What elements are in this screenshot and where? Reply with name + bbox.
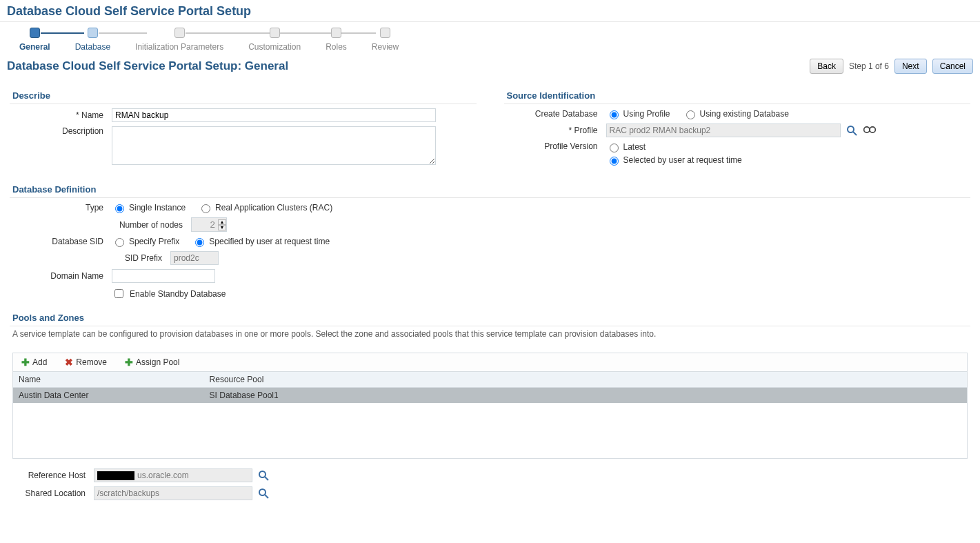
- button-label: Assign Pool: [136, 357, 179, 367]
- reference-host-label: Reference Host: [12, 471, 88, 480]
- view-icon[interactable]: [863, 125, 877, 137]
- button-label: Remove: [76, 357, 107, 367]
- shared-location-label: Shared Location: [12, 488, 88, 498]
- nodes-spinner[interactable]: ▲ ▼: [191, 217, 227, 232]
- wizard-step-customization[interactable]: Customization: [236, 28, 313, 52]
- wizard-label: General: [19, 42, 50, 52]
- wizard-dot-icon: [270, 28, 280, 38]
- radio-label: Specified by user at request time: [209, 237, 330, 246]
- svg-line-5: [265, 477, 268, 480]
- wizard-step-general[interactable]: General: [7, 28, 63, 52]
- svg-point-6: [259, 489, 266, 495]
- plus-icon: ✚: [125, 357, 133, 368]
- table-empty-area: [13, 403, 967, 458]
- radio-label: Specify Prefix: [129, 237, 179, 246]
- pools-table-container: ✚Add ✖Remove ✚Assign Pool Name Resource …: [12, 353, 968, 459]
- pools-description: A service template can be configured to …: [10, 326, 970, 346]
- name-input[interactable]: [112, 108, 436, 122]
- create-db-label: Create Database: [504, 109, 601, 119]
- name-label: Name: [10, 110, 106, 120]
- section-title: Database Cloud Self Service Portal Setup…: [7, 59, 288, 73]
- svg-point-2: [863, 126, 869, 132]
- profile-version-label: Profile Version: [504, 141, 601, 151]
- svg-line-7: [265, 495, 268, 498]
- radio-sid-prefix[interactable]: Specify Prefix: [112, 236, 179, 247]
- checkbox-label: Enable Standby Database: [130, 289, 226, 299]
- wizard-dot-icon: [174, 28, 185, 38]
- shared-location-input: [94, 486, 252, 500]
- x-icon: ✖: [65, 357, 73, 368]
- cell-name: Austin Data Center: [13, 388, 204, 404]
- wizard-dot-icon: [88, 28, 98, 38]
- domain-name-input[interactable]: [112, 269, 215, 283]
- description-label: Description: [10, 126, 106, 136]
- radio-pv-latest[interactable]: Latest: [606, 141, 646, 152]
- col-name-header[interactable]: Name: [13, 372, 204, 388]
- wizard-step-init-params[interactable]: Initialization Parameters: [123, 28, 236, 52]
- svg-point-0: [848, 126, 854, 132]
- wizard-label: Database: [75, 42, 110, 52]
- radio-using-profile[interactable]: Using Profile: [606, 108, 670, 119]
- radio-type-single[interactable]: Single Instance: [112, 202, 186, 213]
- button-label: Add: [32, 357, 47, 367]
- back-button[interactable]: Back: [810, 59, 843, 74]
- wizard-dot-icon: [331, 28, 341, 38]
- next-button[interactable]: Next: [894, 59, 927, 74]
- svg-line-1: [853, 132, 857, 135]
- spinner-up-icon[interactable]: ▲: [218, 219, 226, 225]
- radio-pv-selected[interactable]: Selected by user at request time: [606, 155, 742, 166]
- domain-name-label: Domain Name: [10, 271, 106, 281]
- step-indicator: Step 1 of 6: [849, 61, 889, 71]
- db-sid-label: Database SID: [10, 237, 106, 246]
- plus-icon: ✚: [21, 357, 30, 368]
- page-title: Database Cloud Self Service Portal Setup: [0, 0, 980, 22]
- radio-label: Selected by user at request time: [623, 155, 742, 165]
- wizard-nav: General Database Initialization Paramete…: [0, 22, 980, 55]
- wizard-label: Customization: [248, 42, 301, 52]
- radio-type-rac[interactable]: Real Application Clusters (RAC): [198, 202, 332, 213]
- description-textarea[interactable]: [112, 126, 436, 165]
- reference-host-suffix: us.oracle.com: [137, 471, 189, 480]
- profile-input: [606, 124, 841, 137]
- search-icon[interactable]: [846, 125, 857, 136]
- wizard-dot-icon: [380, 28, 390, 38]
- describe-panel-title: Describe: [10, 86, 477, 104]
- pools-panel-title: Pools and Zones: [10, 308, 970, 326]
- cancel-button[interactable]: Cancel: [932, 59, 973, 74]
- nodes-input: [192, 218, 217, 231]
- radio-using-existing[interactable]: Using existing Database: [683, 108, 789, 119]
- wizard-label: Initialization Parameters: [135, 42, 223, 52]
- radio-label: Using existing Database: [700, 109, 789, 119]
- search-icon[interactable]: [258, 470, 269, 481]
- pools-table: Name Resource Pool Austin Data Center SI…: [13, 372, 967, 403]
- assign-pool-button[interactable]: ✚Assign Pool: [121, 356, 183, 368]
- cell-pool: SI Database Pool1: [204, 388, 967, 404]
- wizard-step-database[interactable]: Database: [63, 28, 123, 52]
- type-label: Type: [10, 203, 106, 213]
- wizard-dot-icon: [30, 28, 40, 38]
- wizard-label: Roles: [326, 42, 347, 52]
- radio-label: Latest: [623, 142, 646, 152]
- wizard-step-roles[interactable]: Roles: [313, 28, 359, 52]
- radio-sid-user-specified[interactable]: Specified by user at request time: [192, 236, 330, 247]
- wizard-step-review[interactable]: Review: [359, 28, 411, 52]
- radio-label: Using Profile: [623, 109, 670, 119]
- sid-prefix-input: [170, 251, 219, 265]
- spinner-down-icon[interactable]: ▼: [218, 225, 226, 230]
- wizard-label: Review: [372, 42, 399, 52]
- source-id-panel-title: Source Identification: [504, 86, 971, 104]
- search-icon[interactable]: [258, 488, 269, 499]
- radio-label: Single Instance: [129, 203, 186, 213]
- nodes-label: Number of nodes: [10, 220, 186, 230]
- standby-checkbox[interactable]: Enable Standby Database: [112, 287, 226, 300]
- remove-button[interactable]: ✖Remove: [61, 356, 111, 368]
- sid-prefix-label: SID Prefix: [10, 253, 165, 263]
- col-pool-header[interactable]: Resource Pool: [204, 372, 967, 388]
- table-row[interactable]: Austin Data Center SI Database Pool1: [13, 388, 967, 404]
- db-def-panel-title: Database Definition: [10, 180, 970, 198]
- radio-label: Real Application Clusters (RAC): [215, 203, 332, 213]
- add-button[interactable]: ✚Add: [17, 356, 51, 368]
- svg-point-4: [259, 471, 266, 477]
- svg-point-3: [870, 126, 875, 132]
- reference-host-input: us.oracle.com: [94, 468, 252, 482]
